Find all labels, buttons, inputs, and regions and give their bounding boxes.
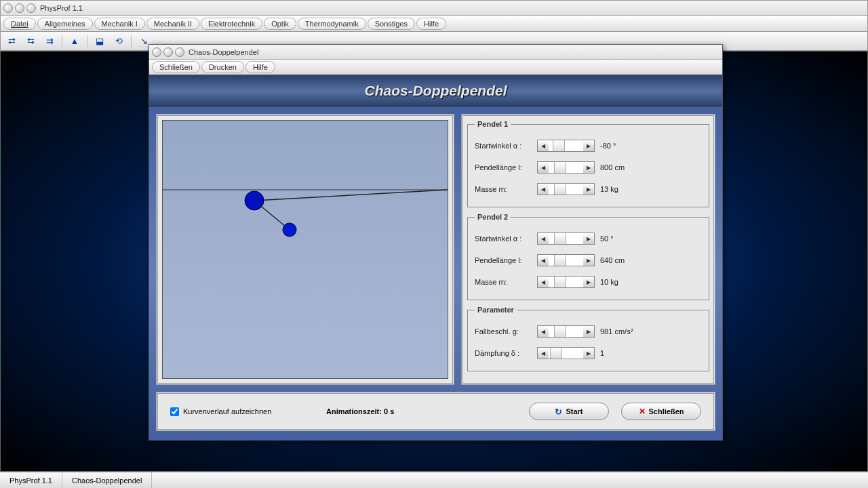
checkbox-kurvenverlauf[interactable]: Kurvenverlauf aufzeichnen xyxy=(170,407,306,416)
sub-menu-drucken[interactable]: Drucken xyxy=(201,61,244,73)
checkbox-input[interactable] xyxy=(170,407,179,416)
spinner-p1-masse[interactable]: ◀▶ xyxy=(537,183,595,195)
label-p1-laenge: Pendellänge l: xyxy=(475,163,537,171)
sub-window-title: Chaos-Doppelpendel xyxy=(189,48,258,56)
window-control-icon[interactable] xyxy=(26,3,36,13)
sub-window-menubar: Schließen Drucken Hilfe xyxy=(149,60,722,75)
menu-allgemeines[interactable]: Allgemeines xyxy=(37,18,93,30)
spin-left-icon[interactable]: ◀ xyxy=(538,162,549,173)
banner-title: Chaos-Doppelpendel xyxy=(364,83,507,99)
spin-left-icon[interactable]: ◀ xyxy=(538,140,549,151)
window-control-icon[interactable] xyxy=(152,47,161,57)
toolbar-icon[interactable]: ⇄ xyxy=(5,35,18,47)
value-p1-masse: 13 kg xyxy=(600,185,618,193)
spin-right-icon[interactable]: ▶ xyxy=(583,348,594,359)
label-p2-masse: Masse m: xyxy=(475,278,537,286)
close-button[interactable]: ✕ Schließen xyxy=(621,403,701,420)
toolbar-icon[interactable]: ▲ xyxy=(68,35,81,47)
spin-left-icon[interactable]: ◀ xyxy=(538,255,549,266)
status-cell-window: Chaos-Doppelpendel xyxy=(62,472,152,488)
spin-right-icon[interactable]: ▶ xyxy=(583,233,594,244)
toolbar-icon[interactable]: ⟲ xyxy=(112,35,125,47)
menu-thermodynamik[interactable]: Thermodynamik xyxy=(298,18,366,30)
spinner-g[interactable]: ◀▶ xyxy=(537,325,595,338)
value-p2-masse: 10 kg xyxy=(600,278,618,286)
sub-menu-schliessen[interactable]: Schließen xyxy=(152,61,200,73)
legend-parameter: Parameter xyxy=(475,306,517,314)
simulation-canvas xyxy=(162,120,448,379)
toolbar-icon[interactable]: ⇆ xyxy=(24,35,37,47)
spin-left-icon[interactable]: ◀ xyxy=(538,277,549,287)
value-g: 981 cm/s² xyxy=(600,327,633,336)
fieldset-pendel2: Pendel 2 Startwinkel α : ◀▶ 50 ° Pendell… xyxy=(467,213,709,300)
refresh-icon: ↻ xyxy=(555,407,562,417)
spin-right-icon[interactable]: ▶ xyxy=(583,255,594,266)
animation-time-label: Animationszeit: 0 s xyxy=(326,407,394,415)
toolbar-icon[interactable]: ⇉ xyxy=(43,35,56,47)
status-cell-app: PhysProf 1.1 xyxy=(0,472,62,488)
parameters-panel: Pendel 1 Startwinkel α : ◀▶ -80 ° Pendel… xyxy=(461,114,715,385)
toolbar-icon[interactable]: ⬓ xyxy=(93,35,106,47)
menu-elektrotechnik[interactable]: Elektrotechnik xyxy=(201,18,262,30)
spin-left-icon[interactable]: ◀ xyxy=(538,184,549,195)
value-p2-startwinkel: 50 ° xyxy=(600,235,614,243)
spin-right-icon[interactable]: ▶ xyxy=(583,162,594,173)
main-window-titlebar: PhysProf 1.1 xyxy=(0,0,868,16)
legend-pendel1: Pendel 1 xyxy=(475,120,511,128)
sub-content: Pendel 1 Startwinkel α : ◀▶ -80 ° Pendel… xyxy=(149,107,722,440)
sub-menu-hilfe[interactable]: Hilfe xyxy=(245,61,275,73)
spin-left-icon[interactable]: ◀ xyxy=(538,326,549,337)
spin-right-icon[interactable]: ▶ xyxy=(583,140,594,151)
label-damp: Dämpfung δ : xyxy=(475,349,537,357)
window-control-icon[interactable] xyxy=(3,3,13,13)
banner: Chaos-Doppelpendel xyxy=(149,75,722,107)
spinner-p2-masse[interactable]: ◀▶ xyxy=(537,276,595,288)
menu-optik[interactable]: Optik xyxy=(264,18,296,30)
spin-left-icon[interactable]: ◀ xyxy=(538,348,549,359)
spin-right-icon[interactable]: ▶ xyxy=(583,277,594,287)
spin-right-icon[interactable]: ▶ xyxy=(583,184,594,195)
label-p2-laenge: Pendellänge l: xyxy=(475,256,537,264)
menu-mechanik-2[interactable]: Mechanik II xyxy=(146,18,199,30)
svg-point-4 xyxy=(283,223,296,237)
value-p1-laenge: 800 cm xyxy=(600,163,625,171)
spinner-p2-laenge[interactable]: ◀▶ xyxy=(537,254,595,266)
spinner-damp[interactable]: ◀▶ xyxy=(537,347,595,359)
spinner-p2-startwinkel[interactable]: ◀▶ xyxy=(537,232,595,245)
main-window-title: PhysProf 1.1 xyxy=(40,4,83,12)
fieldset-parameter: Parameter Fallbeschl. g: ◀▶ 981 cm/s² Dä… xyxy=(467,306,709,371)
simulation-panel xyxy=(156,114,454,385)
label-g: Fallbeschl. g: xyxy=(475,327,537,336)
sub-window: Chaos-Doppelpendel Schließen Drucken Hil… xyxy=(149,44,723,441)
spinner-p1-startwinkel[interactable]: ◀▶ xyxy=(537,140,595,152)
spinner-p1-laenge[interactable]: ◀▶ xyxy=(537,161,595,174)
spin-right-icon[interactable]: ▶ xyxy=(583,326,594,337)
svg-line-1 xyxy=(254,190,448,201)
label-p1-startwinkel: Startwinkel α : xyxy=(475,142,537,150)
checkbox-label: Kurvenverlauf aufzeichnen xyxy=(183,407,271,415)
legend-pendel2: Pendel 2 xyxy=(475,213,511,221)
window-control-icon[interactable] xyxy=(163,47,173,57)
menu-datei[interactable]: Datei xyxy=(3,18,36,30)
bottom-panel: Kurvenverlauf aufzeichnen Animationszeit… xyxy=(156,392,715,431)
close-icon: ✕ xyxy=(639,407,646,416)
fieldset-pendel1: Pendel 1 Startwinkel α : ◀▶ -80 ° Pendel… xyxy=(467,120,709,207)
value-p1-startwinkel: -80 ° xyxy=(600,142,616,150)
label-p2-startwinkel: Startwinkel α : xyxy=(475,235,537,243)
start-button[interactable]: ↻ Start xyxy=(529,403,609,420)
value-damp: 1 xyxy=(600,349,604,357)
spin-left-icon[interactable]: ◀ xyxy=(538,233,549,244)
menu-mechanik-1[interactable]: Mechanik I xyxy=(94,18,145,30)
value-p2-laenge: 640 cm xyxy=(600,256,625,264)
window-control-icon[interactable] xyxy=(175,47,184,57)
window-control-icon[interactable] xyxy=(15,3,24,13)
main-menubar: Datei Allgemeines Mechanik I Mechanik II… xyxy=(0,16,868,32)
menu-hilfe[interactable]: Hilfe xyxy=(416,18,446,30)
sub-window-titlebar: Chaos-Doppelpendel xyxy=(149,45,722,60)
statusbar: PhysProf 1.1 Chaos-Doppelpendel xyxy=(0,472,868,488)
label-p1-masse: Masse m: xyxy=(475,185,537,193)
menu-sonstiges[interactable]: Sonstiges xyxy=(368,18,415,30)
